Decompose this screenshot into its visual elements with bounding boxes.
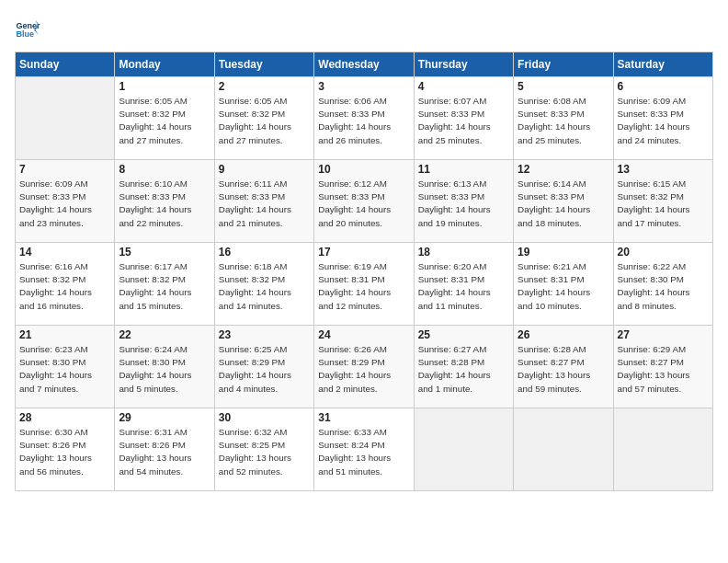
calendar-cell: 28Sunrise: 6:30 AM Sunset: 8:26 PM Dayli… [16,408,115,491]
col-header-monday: Monday [115,52,214,77]
col-header-tuesday: Tuesday [214,52,313,77]
calendar-table: SundayMondayTuesdayWednesdayThursdayFrid… [15,52,713,491]
calendar-week-row: 14Sunrise: 6:16 AM Sunset: 8:32 PM Dayli… [16,243,713,326]
col-header-sunday: Sunday [16,52,115,77]
calendar-cell: 22Sunrise: 6:24 AM Sunset: 8:30 PM Dayli… [115,326,214,408]
day-number: 19 [518,246,609,259]
day-number: 20 [618,246,709,259]
calendar-header-row: SundayMondayTuesdayWednesdayThursdayFrid… [16,52,713,77]
day-number: 28 [19,411,110,424]
day-info: Sunrise: 6:09 AM Sunset: 8:33 PM Dayligh… [618,95,709,147]
day-info: Sunrise: 6:05 AM Sunset: 8:32 PM Dayligh… [219,95,310,147]
day-info: Sunrise: 6:18 AM Sunset: 8:32 PM Dayligh… [219,260,310,313]
day-number: 10 [318,163,409,176]
calendar-cell: 4Sunrise: 6:07 AM Sunset: 8:33 PM Daylig… [414,77,513,160]
day-info: Sunrise: 6:08 AM Sunset: 8:33 PM Dayligh… [518,95,609,147]
calendar-cell: 30Sunrise: 6:32 AM Sunset: 8:25 PM Dayli… [214,408,313,491]
calendar-cell: 13Sunrise: 6:15 AM Sunset: 8:32 PM Dayli… [613,160,712,243]
day-number: 31 [318,411,409,424]
day-number: 25 [418,328,509,341]
day-number: 3 [318,80,409,93]
calendar-cell: 21Sunrise: 6:23 AM Sunset: 8:30 PM Dayli… [16,326,115,408]
calendar-cell: 25Sunrise: 6:27 AM Sunset: 8:28 PM Dayli… [414,326,513,408]
day-info: Sunrise: 6:33 AM Sunset: 8:24 PM Dayligh… [318,426,409,478]
day-number: 13 [618,163,709,176]
day-number: 24 [318,328,409,341]
day-info: Sunrise: 6:23 AM Sunset: 8:30 PM Dayligh… [19,343,110,396]
day-info: Sunrise: 6:09 AM Sunset: 8:33 PM Dayligh… [19,178,110,230]
day-info: Sunrise: 6:13 AM Sunset: 8:33 PM Dayligh… [418,178,509,230]
calendar-cell: 10Sunrise: 6:12 AM Sunset: 8:33 PM Dayli… [314,160,414,243]
page-header: General Blue [15,15,713,40]
calendar-week-row: 21Sunrise: 6:23 AM Sunset: 8:30 PM Dayli… [16,326,713,408]
calendar-cell [16,77,115,160]
calendar-cell: 11Sunrise: 6:13 AM Sunset: 8:33 PM Dayli… [414,160,513,243]
calendar-cell: 15Sunrise: 6:17 AM Sunset: 8:32 PM Dayli… [115,243,214,326]
calendar-cell: 18Sunrise: 6:20 AM Sunset: 8:31 PM Dayli… [414,243,513,326]
day-info: Sunrise: 6:07 AM Sunset: 8:33 PM Dayligh… [418,95,509,147]
calendar-cell: 8Sunrise: 6:10 AM Sunset: 8:33 PM Daylig… [115,160,214,243]
calendar-cell [514,408,613,491]
calendar-cell: 12Sunrise: 6:14 AM Sunset: 8:33 PM Dayli… [514,160,613,243]
day-info: Sunrise: 6:10 AM Sunset: 8:33 PM Dayligh… [119,178,210,230]
logo-icon: General Blue [15,15,40,40]
calendar-cell: 27Sunrise: 6:29 AM Sunset: 8:27 PM Dayli… [613,326,712,408]
col-header-wednesday: Wednesday [314,52,414,77]
day-number: 29 [119,411,210,424]
day-number: 1 [119,80,210,93]
day-number: 22 [119,328,210,341]
day-number: 14 [19,246,110,259]
calendar-cell: 2Sunrise: 6:05 AM Sunset: 8:32 PM Daylig… [214,77,313,160]
day-info: Sunrise: 6:12 AM Sunset: 8:33 PM Dayligh… [318,178,409,230]
day-info: Sunrise: 6:31 AM Sunset: 8:26 PM Dayligh… [119,426,210,478]
day-info: Sunrise: 6:25 AM Sunset: 8:29 PM Dayligh… [219,343,310,396]
day-number: 7 [19,163,110,176]
day-number: 11 [418,163,509,176]
day-number: 30 [219,411,310,424]
col-header-saturday: Saturday [613,52,712,77]
day-info: Sunrise: 6:16 AM Sunset: 8:32 PM Dayligh… [19,260,110,313]
calendar-cell: 16Sunrise: 6:18 AM Sunset: 8:32 PM Dayli… [214,243,313,326]
calendar-cell: 7Sunrise: 6:09 AM Sunset: 8:33 PM Daylig… [16,160,115,243]
day-info: Sunrise: 6:20 AM Sunset: 8:31 PM Dayligh… [418,260,509,313]
col-header-thursday: Thursday [414,52,513,77]
day-number: 8 [119,163,210,176]
day-info: Sunrise: 6:06 AM Sunset: 8:33 PM Dayligh… [318,95,409,147]
day-number: 5 [518,80,609,93]
day-info: Sunrise: 6:15 AM Sunset: 8:32 PM Dayligh… [618,178,709,230]
day-info: Sunrise: 6:21 AM Sunset: 8:31 PM Dayligh… [518,260,609,313]
svg-text:Blue: Blue [16,29,34,39]
calendar-cell: 24Sunrise: 6:26 AM Sunset: 8:29 PM Dayli… [314,326,414,408]
calendar-cell [613,408,712,491]
day-number: 9 [219,163,310,176]
day-number: 21 [19,328,110,341]
day-number: 2 [219,80,310,93]
calendar-cell: 5Sunrise: 6:08 AM Sunset: 8:33 PM Daylig… [514,77,613,160]
calendar-week-row: 28Sunrise: 6:30 AM Sunset: 8:26 PM Dayli… [16,408,713,491]
day-info: Sunrise: 6:27 AM Sunset: 8:28 PM Dayligh… [418,343,509,396]
calendar-cell: 26Sunrise: 6:28 AM Sunset: 8:27 PM Dayli… [514,326,613,408]
calendar-cell: 6Sunrise: 6:09 AM Sunset: 8:33 PM Daylig… [613,77,712,160]
calendar-cell: 9Sunrise: 6:11 AM Sunset: 8:33 PM Daylig… [214,160,313,243]
calendar-cell: 23Sunrise: 6:25 AM Sunset: 8:29 PM Dayli… [214,326,313,408]
day-number: 12 [518,163,609,176]
day-number: 15 [119,246,210,259]
calendar-week-row: 1Sunrise: 6:05 AM Sunset: 8:32 PM Daylig… [16,77,713,160]
calendar-cell: 1Sunrise: 6:05 AM Sunset: 8:32 PM Daylig… [115,77,214,160]
day-number: 17 [318,246,409,259]
day-info: Sunrise: 6:19 AM Sunset: 8:31 PM Dayligh… [318,260,409,313]
day-info: Sunrise: 6:30 AM Sunset: 8:26 PM Dayligh… [19,426,110,478]
day-number: 16 [219,246,310,259]
calendar-cell: 3Sunrise: 6:06 AM Sunset: 8:33 PM Daylig… [314,77,414,160]
day-number: 27 [618,328,709,341]
day-info: Sunrise: 6:05 AM Sunset: 8:32 PM Dayligh… [119,95,210,147]
day-info: Sunrise: 6:26 AM Sunset: 8:29 PM Dayligh… [318,343,409,396]
day-info: Sunrise: 6:17 AM Sunset: 8:32 PM Dayligh… [119,260,210,313]
calendar-week-row: 7Sunrise: 6:09 AM Sunset: 8:33 PM Daylig… [16,160,713,243]
calendar-cell: 20Sunrise: 6:22 AM Sunset: 8:30 PM Dayli… [613,243,712,326]
day-number: 4 [418,80,509,93]
day-number: 26 [518,328,609,341]
day-number: 6 [618,80,709,93]
day-info: Sunrise: 6:32 AM Sunset: 8:25 PM Dayligh… [219,426,310,478]
calendar-cell: 31Sunrise: 6:33 AM Sunset: 8:24 PM Dayli… [314,408,414,491]
